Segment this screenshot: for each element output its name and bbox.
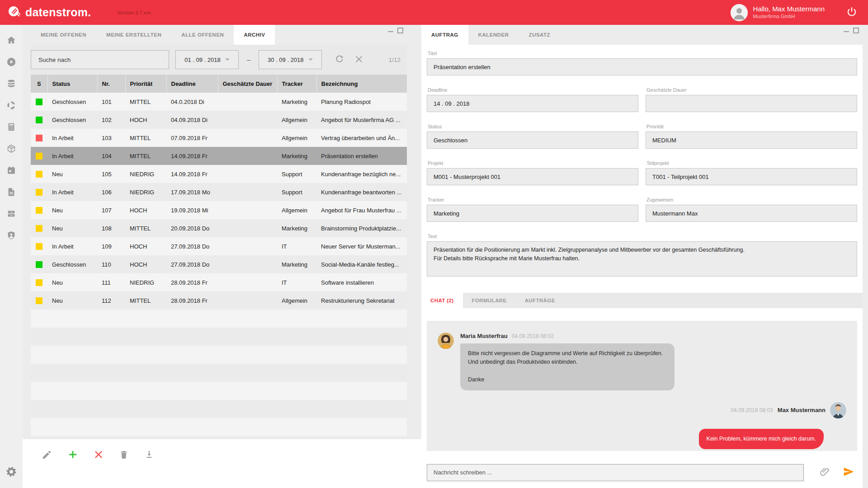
tab-alle-offenen[interactable]: ALLE OFFENEN [171, 25, 234, 45]
status-square-green [36, 99, 42, 105]
column-header-bezeichnung[interactable]: Bezeichnung [316, 75, 407, 93]
edit-button[interactable] [41, 449, 53, 462]
chat-tab-aufträge[interactable]: AUFTRÄGE [516, 293, 564, 308]
empty-cell [125, 400, 166, 418]
table-row[interactable]: Neu107HOCH19.09.2018 MiAllgemeinAngebot … [31, 201, 407, 219]
document-icon [6, 187, 16, 199]
maximize-icon[interactable] [853, 28, 859, 33]
message-wrap: Maria Musterfrau04.09.2018 08:02Bitte ni… [460, 333, 675, 390]
status-color-cell [31, 165, 47, 183]
table-cell: 27.09.2018 Do [166, 255, 218, 273]
tracker-input[interactable]: Marketing [427, 205, 638, 222]
column-header-nr[interactable]: Nr. [97, 75, 125, 93]
table-row[interactable]: Neu111NIEDRIG28.09.2018 FrITSoftware ins… [31, 273, 407, 291]
table-row[interactable]: Neu105NIEDRIG14.09.2018 FrSupportKundena… [31, 165, 407, 183]
table-row[interactable]: In Arbeit103MITTEL07.09.2018 FrAllgemein… [31, 129, 407, 147]
text-input[interactable]: Präsentation für die Positionierung am M… [427, 241, 857, 277]
status-square-yellow [36, 153, 42, 160]
table-row[interactable]: Geschlossen101MITTEL04.0.2018 DiMarketin… [31, 93, 407, 111]
sidebar-item-user-shield[interactable] [0, 225, 23, 247]
attach-file-button[interactable] [816, 464, 833, 481]
column-header-geschätzte-dauer[interactable]: Geschätzte Dauer [218, 75, 277, 93]
date-from-select[interactable]: 01 . 09 . 2018 [175, 50, 239, 69]
table-row[interactable]: Geschlossen110HOCH27.09.2018 DoMarketing… [31, 255, 407, 273]
sidebar-item-play[interactable] [0, 52, 23, 74]
sidebar-item-server[interactable] [0, 204, 23, 225]
logout-power-button[interactable] [844, 5, 859, 20]
date-to-select[interactable]: 30 . 09 . 2018 [259, 50, 322, 69]
download-button[interactable] [143, 449, 155, 462]
table-cell: 107 [97, 201, 125, 219]
clear-filter-button[interactable] [352, 52, 366, 68]
table-cell [218, 291, 277, 310]
empty-cell [277, 364, 316, 382]
datenstrom-logo[interactable]: datenstrom. [7, 5, 91, 20]
status-input[interactable]: Geschlossen [427, 131, 638, 149]
sidebar-item-calculator[interactable] [0, 117, 23, 139]
projekt-input[interactable]: M001 - Musterprojekt 001 [427, 168, 638, 185]
table-cell: Kundenanfrage beantworten ... [316, 183, 407, 201]
empty-cell [47, 382, 97, 400]
tab-meine-erstellten[interactable]: MEINE ERSTELLTEN [96, 25, 171, 45]
avatar [830, 402, 846, 418]
table-row[interactable]: Neu112MITTEL28.09.2018 FrAllgemeinRestru… [31, 291, 407, 310]
column-header-tracker[interactable]: Tracker [277, 75, 316, 93]
table-row[interactable]: Neu108MITTEL20.09.2018 DoMarketingBrains… [31, 219, 407, 237]
table-cell: Marketing [277, 93, 316, 111]
delete-button[interactable] [118, 449, 130, 462]
sidebar-item-document[interactable] [0, 182, 23, 204]
maximize-icon[interactable] [397, 28, 403, 33]
empty-row [31, 382, 407, 400]
column-header-deadline[interactable]: Deadline [166, 75, 218, 93]
status-square-green [36, 117, 42, 123]
sidebar-item-calendar[interactable] [0, 160, 23, 182]
table-row[interactable]: In Arbeit109HOCH27.09.2018 DoITNeuer Ser… [31, 237, 407, 255]
prioritaet-input[interactable]: MEDIUM [646, 131, 857, 149]
sidebar-item-home[interactable] [0, 30, 23, 52]
teilprojekt-input[interactable]: T001 - Teilprojekt 001 [646, 168, 857, 185]
user-avatar[interactable] [731, 4, 748, 21]
zugewiesen-input[interactable]: Mustermann Max [646, 205, 857, 222]
sidebar-item-settings[interactable] [0, 462, 23, 483]
close-icon [354, 55, 363, 65]
empty-row [31, 310, 407, 328]
dauer-input[interactable] [646, 95, 857, 112]
chat-tab-formulare[interactable]: FORMULARE [463, 293, 516, 308]
column-header-s[interactable]: S [31, 75, 47, 93]
add-task-button[interactable] [66, 448, 79, 462]
table-row[interactable]: In Arbeit106NIEDRIG17.09.2018 MoSupportK… [31, 183, 407, 201]
tab-auftrag[interactable]: AUFTRAG [421, 25, 468, 45]
minimize-icon[interactable] [844, 28, 849, 32]
empty-cell [218, 310, 277, 328]
table-cell: Allgemein [277, 201, 316, 219]
deadline-input[interactable]: 14 . 09 . 2018 [427, 95, 638, 112]
sidebar-item-database[interactable] [0, 74, 23, 95]
table-cell: 04.09.2018 Di [166, 111, 218, 129]
remove-button[interactable] [93, 449, 104, 462]
table-cell: In Arbeit [47, 129, 97, 147]
table-cell: Geschlossen [47, 255, 97, 273]
refresh-button[interactable] [332, 52, 347, 68]
sidebar-item-sync[interactable] [0, 95, 23, 117]
column-header-priorität[interactable]: Priorität [125, 75, 166, 93]
date-range-separator: – [247, 56, 250, 63]
tab-meine-offenen[interactable]: MEINE OFFENEN [31, 25, 96, 45]
search-input[interactable] [31, 50, 169, 69]
minimize-icon[interactable] [388, 28, 393, 32]
table-cell: In Arbeit [47, 147, 97, 165]
status-color-cell [31, 129, 47, 147]
send-message-button[interactable] [840, 463, 857, 482]
table-row[interactable]: Geschlossen102HOCH04.09.2018 DiAllgemein… [31, 111, 407, 129]
edit-icon [42, 450, 52, 461]
tab-kalender[interactable]: KALENDER [468, 25, 519, 45]
avatar [438, 333, 454, 349]
sidebar-item-package[interactable] [0, 139, 23, 160]
table-cell: Kundenanfrage bezüglich ne... [316, 165, 407, 183]
column-header-status[interactable]: Status [47, 75, 97, 93]
tab-archiv[interactable]: ARCHIV [234, 25, 275, 45]
chat-message-input[interactable] [427, 464, 804, 481]
tab-zusatz[interactable]: ZUSATZ [519, 25, 561, 45]
chat-tab-chat-2[interactable]: CHAT (2) [421, 293, 463, 308]
titel-input[interactable]: Präsentation erstellen [427, 58, 857, 75]
table-row[interactable]: In Arbeit104MITTEL14.09.2018 FrMarketing… [31, 147, 407, 165]
